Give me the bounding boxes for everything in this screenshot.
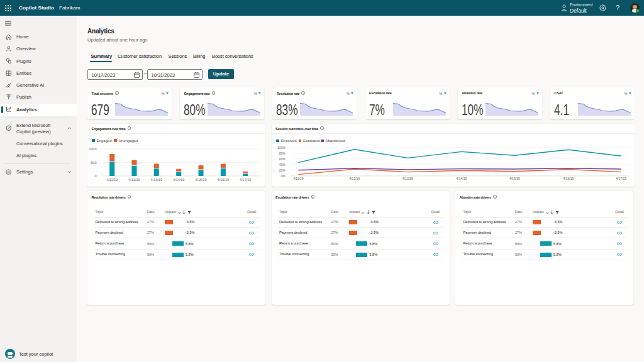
svg-text:80%: 80% (279, 151, 286, 155)
svg-text:1000: 1000 (89, 147, 96, 151)
svg-text:4/12/19: 4/12/19 (128, 178, 140, 182)
svg-text:4/16/19: 4/16/19 (563, 177, 574, 180)
svg-text:4/16/19: 4/16/19 (218, 178, 229, 182)
svg-text:500: 500 (91, 161, 96, 165)
svg-text:0: 0 (94, 174, 96, 178)
svg-text:4/14/19: 4/14/19 (456, 177, 467, 180)
svg-text:4/12/19: 4/12/19 (349, 177, 360, 180)
svg-text:20%: 20% (279, 168, 286, 172)
svg-text:4/17/19: 4/17/19 (616, 177, 626, 180)
svg-text:4/13/19: 4/13/19 (402, 177, 413, 180)
svg-text:4/15/19: 4/15/19 (509, 177, 519, 180)
svg-text:4/17/19: 4/17/19 (240, 178, 251, 182)
svg-text:60%: 60% (279, 157, 286, 161)
svg-text:40%: 40% (279, 163, 286, 167)
svg-text:4/13/19: 4/13/19 (151, 178, 162, 182)
svg-text:4/11/19: 4/11/19 (106, 178, 118, 182)
svg-text:100%: 100% (277, 146, 285, 150)
svg-text:4/14/19: 4/14/19 (173, 178, 184, 182)
svg-text:4/15/19: 4/15/19 (195, 178, 206, 182)
svg-text:4/11/19: 4/11/19 (293, 177, 304, 180)
svg-text:0%: 0% (280, 174, 286, 178)
